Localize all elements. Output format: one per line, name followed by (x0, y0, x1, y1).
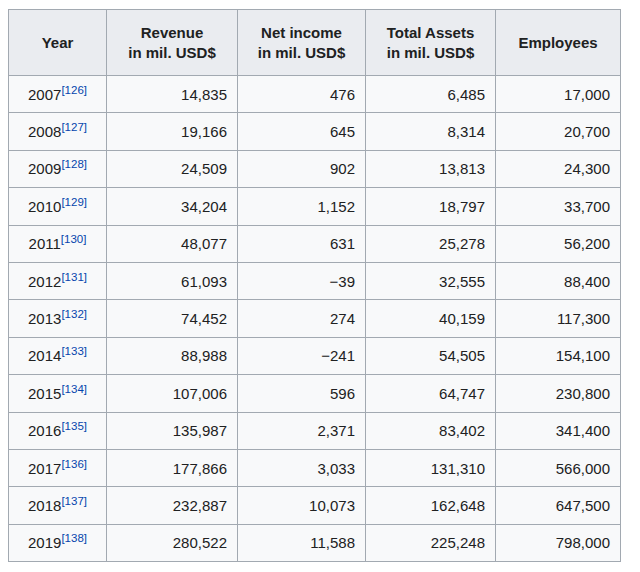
year-cell: 2008[127] (9, 113, 107, 150)
year-cell: 2012[131] (9, 262, 107, 299)
total-assets-cell: 40,159 (366, 300, 496, 337)
year-label: 2011 (29, 235, 61, 252)
citation-link[interactable]: [137] (61, 495, 87, 507)
year-label: 2012 (28, 273, 61, 290)
total-assets-cell: 18,797 (366, 188, 496, 225)
citation-link[interactable]: [131] (61, 271, 87, 283)
employees-cell: 154,100 (496, 337, 621, 374)
citation-link[interactable]: [127] (61, 121, 87, 133)
employees-cell: 566,000 (496, 449, 621, 486)
citation-link[interactable]: [129] (61, 196, 87, 208)
year-label: 2013 (28, 310, 61, 327)
net-income-cell: 3,033 (238, 449, 366, 486)
employees-cell: 230,800 (496, 375, 621, 412)
total-assets-cell: 13,813 (366, 150, 496, 187)
year-cell: 2017[136] (9, 449, 107, 486)
year-label: 2008 (28, 123, 61, 140)
column-header-total-assets-label: Total Assets (372, 23, 489, 43)
table-row: 2009[128]24,50990213,81324,300 (9, 150, 621, 187)
employees-cell: 117,300 (496, 300, 621, 337)
net-income-cell: 11,588 (238, 524, 366, 561)
table-row: 2010[129]34,2041,15218,79733,700 (9, 188, 621, 225)
year-cell: 2014[133] (9, 337, 107, 374)
total-assets-cell: 8,314 (366, 113, 496, 150)
column-header-total-assets: Total Assets in mil. USD$ (366, 10, 496, 76)
net-income-cell: −39 (238, 262, 366, 299)
revenue-cell: 88,988 (107, 337, 238, 374)
year-label: 2010 (28, 198, 61, 215)
table-row: 2018[137]232,88710,073162,648647,500 (9, 487, 621, 524)
employees-cell: 24,300 (496, 150, 621, 187)
citation-link[interactable]: [130] (61, 233, 87, 245)
column-header-revenue-label: Revenue (113, 23, 231, 43)
table-row: 2016[135]135,9872,37183,402341,400 (9, 412, 621, 449)
year-label: 2015 (28, 385, 61, 402)
column-header-net-income-unit: in mil. USD$ (244, 43, 359, 63)
year-label: 2014 (28, 347, 61, 364)
employees-cell: 798,000 (496, 524, 621, 561)
net-income-cell: 1,152 (238, 188, 366, 225)
citation-link[interactable]: [126] (61, 84, 87, 96)
column-header-net-income-label: Net income (244, 23, 359, 43)
total-assets-cell: 6,485 (366, 76, 496, 113)
financial-history-table: Year Revenue in mil. USD$ Net income in … (8, 9, 621, 562)
year-cell: 2010[129] (9, 188, 107, 225)
net-income-cell: 631 (238, 225, 366, 262)
column-header-year-label: Year (15, 33, 100, 53)
revenue-cell: 24,509 (107, 150, 238, 187)
year-label: 2016 (28, 422, 61, 439)
revenue-cell: 135,987 (107, 412, 238, 449)
year-cell: 2018[137] (9, 487, 107, 524)
net-income-cell: 476 (238, 76, 366, 113)
revenue-cell: 34,204 (107, 188, 238, 225)
total-assets-cell: 162,648 (366, 487, 496, 524)
year-label: 2017 (28, 460, 61, 477)
column-header-employees-label: Employees (502, 33, 614, 53)
year-cell: 2019[138] (9, 524, 107, 561)
employees-cell: 33,700 (496, 188, 621, 225)
citation-link[interactable]: [134] (61, 383, 87, 395)
revenue-cell: 61,093 (107, 262, 238, 299)
revenue-cell: 74,452 (107, 300, 238, 337)
revenue-cell: 280,522 (107, 524, 238, 561)
table-row: 2019[138]280,52211,588225,248798,000 (9, 524, 621, 561)
net-income-cell: 645 (238, 113, 366, 150)
citation-link[interactable]: [133] (61, 345, 87, 357)
year-label: 2018 (28, 497, 61, 514)
total-assets-cell: 25,278 (366, 225, 496, 262)
net-income-cell: 902 (238, 150, 366, 187)
column-header-net-income: Net income in mil. USD$ (238, 10, 366, 76)
year-cell: 2013[132] (9, 300, 107, 337)
total-assets-cell: 54,505 (366, 337, 496, 374)
header-row: Year Revenue in mil. USD$ Net income in … (9, 10, 621, 76)
table-row: 2012[131]61,093−3932,55588,400 (9, 262, 621, 299)
net-income-cell: 2,371 (238, 412, 366, 449)
revenue-cell: 48,077 (107, 225, 238, 262)
total-assets-cell: 64,747 (366, 375, 496, 412)
total-assets-cell: 225,248 (366, 524, 496, 561)
employees-cell: 88,400 (496, 262, 621, 299)
table-row: 2011[130]48,07763125,27856,200 (9, 225, 621, 262)
table-row: 2015[134]107,00659664,747230,800 (9, 375, 621, 412)
net-income-cell: −241 (238, 337, 366, 374)
total-assets-cell: 131,310 (366, 449, 496, 486)
column-header-total-assets-unit: in mil. USD$ (372, 43, 489, 63)
revenue-cell: 19,166 (107, 113, 238, 150)
table-row: 2017[136]177,8663,033131,310566,000 (9, 449, 621, 486)
column-header-revenue-unit: in mil. USD$ (113, 43, 231, 63)
year-cell: 2015[134] (9, 375, 107, 412)
column-header-year: Year (9, 10, 107, 76)
year-cell: 2007[126] (9, 76, 107, 113)
citation-link[interactable]: [135] (61, 420, 87, 432)
table-row: 2014[133]88,988−24154,505154,100 (9, 337, 621, 374)
table-body: 2007[126]14,8354766,48517,0002008[127]19… (9, 76, 621, 562)
citation-link[interactable]: [136] (61, 458, 87, 470)
citation-link[interactable]: [132] (61, 308, 87, 320)
total-assets-cell: 32,555 (366, 262, 496, 299)
citation-link[interactable]: [128] (61, 158, 87, 170)
year-label: 2019 (28, 534, 61, 551)
employees-cell: 20,700 (496, 113, 621, 150)
citation-link[interactable]: [138] (61, 532, 87, 544)
employees-cell: 341,400 (496, 412, 621, 449)
employees-cell: 647,500 (496, 487, 621, 524)
